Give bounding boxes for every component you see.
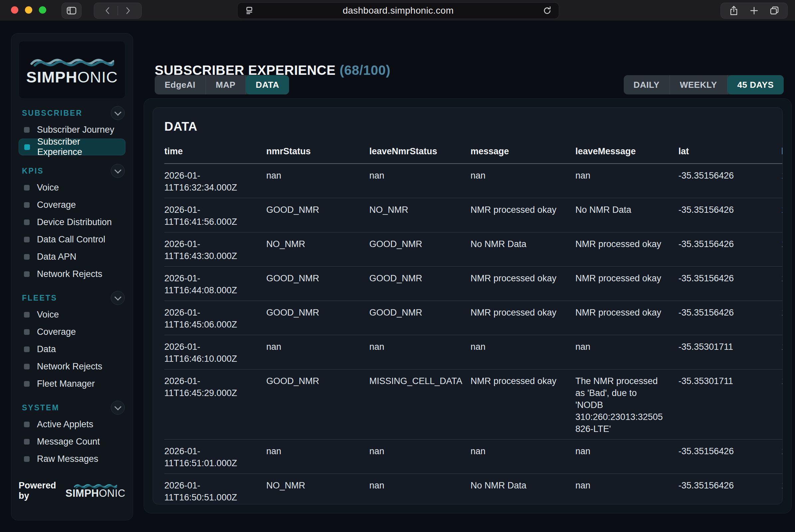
- chevron-down-icon: [111, 401, 125, 415]
- reload-icon[interactable]: [541, 5, 553, 16]
- cell-nmrstatus: NO_NMR: [266, 232, 369, 267]
- sidebar-item-fleet-manager[interactable]: Fleet Manager: [19, 375, 125, 392]
- forward-button[interactable]: [118, 3, 137, 18]
- nav-section-label: KPIS: [22, 167, 44, 175]
- table-row: 2026-01-11T16:45:06.000ZGOOD_NMRGOOD_NMR…: [164, 301, 783, 335]
- reader-page-icon: [243, 5, 255, 16]
- cell-nmrstatus: NO_NMR: [266, 474, 369, 505]
- cell-lat: -35.35156426: [678, 440, 781, 474]
- sidebar-item-label: Fleet Manager: [37, 379, 95, 389]
- nav-section-header-subscriber[interactable]: SUBSCRIBER: [19, 106, 125, 121]
- sidebar-item-label: Device Distribution: [37, 217, 112, 227]
- sidebar-item-subscriber-journey[interactable]: Subscriber Journey: [19, 121, 125, 138]
- sidebar-item-label: Subscriber Experience: [37, 137, 120, 157]
- column-header-lon: lon: [781, 142, 783, 164]
- tab-data[interactable]: DATA: [246, 75, 289, 94]
- minimize-window-button[interactable]: [25, 6, 32, 14]
- sidebar-item-active-applets[interactable]: Active Applets: [19, 416, 125, 433]
- nav-section-header-kpis[interactable]: KPIS: [19, 163, 125, 178]
- sidebar-item-label: Coverage: [37, 327, 76, 337]
- cell-lon: 149.1178313: [781, 198, 783, 232]
- cell-leavenmrstatus: GOOD_NMR: [369, 267, 470, 301]
- cell-lon: 149.1178313: [781, 474, 783, 505]
- bullet-icon: [24, 422, 30, 427]
- bullet-icon: [24, 185, 30, 191]
- tab-overview-button[interactable]: [764, 3, 785, 18]
- cell-message: NMR processed okay: [471, 301, 575, 335]
- cell-lat: -35.35156426: [678, 164, 781, 198]
- footer-logo-text-bold: SIMPH: [66, 488, 99, 499]
- sidebar-item-label: Voice: [37, 183, 59, 193]
- cell-message: NMR processed okay: [471, 267, 575, 301]
- sidebar-item-data-apn[interactable]: Data APN: [19, 248, 125, 265]
- sidebar-item-data[interactable]: Data: [19, 341, 125, 358]
- cell-time: 2026-01-11T16:32:34.000Z: [164, 164, 266, 198]
- sidebar-item-voice[interactable]: Voice: [19, 179, 125, 196]
- bullet-icon: [24, 329, 30, 335]
- table-row: 2026-01-11T16:45:29.000ZGOOD_NMRMISSING_…: [164, 369, 783, 440]
- powered-by-label: Powered by: [19, 480, 61, 501]
- sidebar-item-device-distribution[interactable]: Device Distribution: [19, 214, 125, 230]
- logo-waves-icon: [30, 55, 114, 68]
- cell-lon: 149.1230512: [781, 335, 783, 369]
- sidebar-item-network-rejects[interactable]: Network Rejects: [19, 266, 125, 282]
- cell-message: nan: [471, 335, 575, 369]
- range-weekly[interactable]: WEEKLY: [670, 75, 727, 94]
- sidebar-item-network-rejects[interactable]: Network Rejects: [19, 358, 125, 375]
- tab-map[interactable]: MAP: [206, 75, 246, 94]
- nav-section-label: SUBSCRIBER: [22, 109, 82, 118]
- nav-section-header-system[interactable]: SYSTEM: [19, 400, 125, 415]
- zoom-window-button[interactable]: [39, 6, 46, 14]
- sidebar-item-message-count[interactable]: Message Count: [19, 433, 125, 450]
- cell-time: 2026-01-11T16:41:56.000Z: [164, 198, 266, 232]
- share-button[interactable]: [723, 3, 744, 18]
- cell-leavemessage: nan: [575, 335, 679, 369]
- sidebar-item-coverage[interactable]: Coverage: [19, 196, 125, 213]
- table-row: 2026-01-11T16:50:51.000ZNO_NMRnanNo NMR …: [164, 474, 783, 505]
- controls-row: EdgeAIMAPDATA DAILYWEEKLY45 DAYS: [155, 75, 784, 94]
- close-window-button[interactable]: [11, 6, 18, 14]
- range-45-days[interactable]: 45 DAYS: [727, 75, 784, 94]
- sidebar-item-label: Coverage: [37, 200, 76, 210]
- cell-message: nan: [471, 164, 575, 198]
- new-tab-button[interactable]: [744, 3, 764, 18]
- cell-leavemessage: nan: [575, 440, 679, 474]
- sidebar-item-voice[interactable]: Voice: [19, 306, 125, 323]
- footer-logo-text-light: ONIC: [99, 488, 126, 499]
- tab-edgeai[interactable]: EdgeAI: [155, 75, 206, 94]
- sidebar-toggle-button[interactable]: [61, 3, 81, 19]
- nav-section-label: SYSTEM: [22, 403, 59, 412]
- sidebar-item-subscriber-experience[interactable]: Subscriber Experience: [19, 139, 125, 155]
- table-row: 2026-01-11T16:46:10.000Znannannannan-35.…: [164, 335, 783, 369]
- cell-lat: -35.35301711: [678, 369, 781, 440]
- share-icon: [728, 5, 739, 16]
- cell-leavenmrstatus: nan: [369, 335, 470, 369]
- back-button[interactable]: [98, 3, 117, 18]
- cell-nmrstatus: nan: [266, 335, 369, 369]
- table-row: 2026-01-11T16:43:30.000ZNO_NMRGOOD_NMRNo…: [164, 232, 783, 267]
- nav-section-header-fleets[interactable]: FLEETS: [19, 290, 125, 306]
- cell-lat: -35.35156426: [678, 267, 781, 301]
- column-header-leavemessage: leaveMessage: [575, 142, 679, 164]
- cell-nmrstatus: nan: [266, 164, 369, 198]
- sidebar-item-coverage[interactable]: Coverage: [19, 324, 125, 340]
- cell-leavenmrstatus: nan: [369, 440, 470, 474]
- bullet-icon: [24, 144, 30, 150]
- table-row: 2026-01-11T16:41:56.000ZGOOD_NMRNO_NMRNM…: [164, 198, 783, 232]
- column-header-nmrstatus: nmrStatus: [266, 142, 369, 164]
- address-bar[interactable]: dashboard.simphonic.com: [237, 2, 559, 19]
- cell-lon: 149.1178313: [781, 301, 783, 335]
- cell-lat: -35.35156426: [678, 198, 781, 232]
- cell-message: No NMR Data: [471, 474, 575, 505]
- sidebar-item-raw-messages[interactable]: Raw Messages: [19, 451, 125, 467]
- range-daily[interactable]: DAILY: [624, 75, 670, 94]
- back-chevron-icon: [103, 6, 113, 16]
- tab-overview-icon: [769, 5, 780, 16]
- bullet-icon: [24, 220, 30, 225]
- sidebar-item-data-call-control[interactable]: Data Call Control: [19, 231, 125, 248]
- bullet-icon: [24, 237, 30, 242]
- cell-leavemessage: nan: [575, 164, 679, 198]
- cell-time: 2026-01-11T16:51:01.000Z: [164, 440, 266, 474]
- view-tabs: EdgeAIMAPDATA: [155, 75, 289, 94]
- cell-time: 2026-01-11T16:45:06.000Z: [164, 301, 266, 335]
